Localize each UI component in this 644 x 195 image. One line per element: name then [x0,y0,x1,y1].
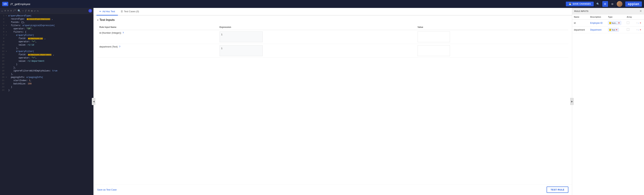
code-search-icon[interactable]: 🔍 [18,9,21,13]
avatar-image [617,1,622,7]
col-name: Rule Input Name [97,25,218,30]
collapse-left-button[interactable]: ◀ [92,98,96,105]
replace-icon[interactable]: ↔ [22,9,24,12]
value-input[interactable] [418,45,450,56]
help-icon[interactable]: ? [122,32,124,34]
test-panel: ◀ ✏ Ad Hoc Test ☰ Test Cases (0) ▾ Test … [94,8,572,195]
row-value-cell[interactable] [416,44,568,58]
ri-col-actions [635,14,644,20]
test-content: ▾ Test Inputs Rule Input Name Expression… [94,16,572,184]
ri-type-remove[interactable]: ✕ [616,29,618,31]
col-expression: Expression [218,25,416,30]
code-line: 17 }, [0,66,94,70]
indent-more-icon[interactable]: ≡ [4,9,6,12]
search-button[interactable]: 🔍 [595,1,601,7]
indent-less-icon[interactable]: ≡ [7,9,9,12]
delete-icon[interactable]: ✕ [640,22,641,24]
ri-array-checkbox[interactable] [627,22,629,24]
code-line: 21 startIndex: 1, [0,79,94,83]
code-line: 20 ▾ pagingInfo: a!pagingInfo( [0,76,94,79]
ri-row-description[interactable]: Employee ID [588,20,606,27]
arrow-down-icon[interactable]: ↓ [638,22,639,24]
ri-row-type: ■ Text ✕ [606,27,625,33]
ri-row-type: ■ Num... ✕ [606,20,625,27]
row-expression-cell[interactable]: 1 [218,44,416,58]
save-as-test-case-link[interactable]: Save as Test Case [97,188,116,191]
code-info-button[interactable]: i [88,9,92,13]
function-icon[interactable]: ƒ [25,9,26,12]
redo-icon[interactable]: ↩ [37,9,38,13]
ri-row-array[interactable] [625,20,635,27]
code-line: 8 field: ■ Employee.id , [0,37,94,41]
topbar-actions: 💾 SAVE CHANGES 🔍 ⚙ ⊞ appian [566,1,642,7]
code-line: 23 ) [0,86,94,89]
code-editor-panel: ✏ ≡ ≡ ≡ /* 🔍 ↔ ƒ π ⊞ ↩ ↩ i 1 ▾ a!queryRe… [0,8,94,195]
table-row: id (Number (Integer)) ? 1 [97,30,568,44]
settings-button[interactable]: ⚙ [602,1,608,7]
value-input[interactable] [418,32,450,42]
row-input-name: department (Text) ? [97,44,218,58]
rule-inputs-header: RULE INPUTS ✕ [572,8,644,14]
logo-icon: </> [2,2,8,6]
avatar[interactable] [617,1,622,7]
ri-row-array[interactable] [625,27,635,33]
list-icon[interactable]: ≡ [10,9,12,12]
chevron-down-icon[interactable]: ▾ [97,19,98,22]
code-toolbar: ✏ ≡ ≡ ≡ /* 🔍 ↔ ƒ π ⊞ ↩ ↩ i [0,8,94,14]
arrow-down-icon[interactable]: ↓ [638,29,639,31]
code-line: 12 ▾ a!queryFilter( [0,50,94,53]
ri-type-icon: ■ [609,22,611,24]
expression-input[interactable]: 1 [220,45,263,56]
expression-input[interactable]: 1 [220,32,263,42]
pi-icon[interactable]: π [28,9,30,12]
rule-inputs-close-button[interactable]: ✕ [640,9,642,13]
ri-array-checkbox[interactable] [627,28,629,31]
save-changes-button[interactable]: 💾 SAVE CHANGES [566,2,594,6]
undo-icon[interactable]: ↩ [34,9,36,13]
table-row: department (Text) ? 1 [97,44,568,58]
code-line: 1 ▾ a!queryRecordType( [0,15,94,18]
rule-inputs-panel: RULE INPUTS ✕ Name Description Type Arra… [572,8,644,195]
ri-table-row: department Department ■ Text ✕ [572,27,644,33]
ri-col-description: Description [588,14,606,20]
ri-row-name: id [572,20,588,27]
row-input-name: id (Number (Integer)) ? [97,30,218,44]
code-line: 9 operator: "=", [0,41,94,44]
table-icon[interactable]: ⊞ [31,9,32,13]
row-expression-cell[interactable]: 1 [218,30,416,44]
tab-adhoc[interactable]: ✏ Ad Hoc Test [96,8,118,16]
collapse-right-button[interactable]: ▶ [570,98,574,105]
code-line: 18 ignoreFiltersWithEmptyValues: true [0,70,94,73]
ri-header-row: Name Description Type Array [572,14,644,20]
ri-row-arrows: ↑ ↓ ✕ [635,20,644,27]
ri-type-remove[interactable]: ✕ [618,22,620,24]
inputs-table: Rule Input Name Expression Value id (Num… [97,25,568,58]
ri-type-badge: ■ Num... ✕ [608,21,621,25]
ri-row-description[interactable]: Department [588,27,606,33]
grid-button[interactable]: ⊞ [610,1,615,7]
ri-type-badge: ■ Text ✕ [608,28,619,32]
ri-type-icon: ■ [609,29,611,31]
arrow-up-icon[interactable]: ↑ [636,22,637,24]
ri-row-name: department [572,27,588,33]
tab-test-cases[interactable]: ☰ Test Cases (0) [118,8,142,16]
ri-table-row: id Employee ID ■ Num... ✕ [572,20,644,27]
code-lines: 1 ▾ a!queryRecordType( 2 recordType: ■ r… [0,14,94,93]
help-icon[interactable]: ? [119,45,120,48]
test-rule-button[interactable]: TEST RULE [546,186,568,193]
code-line: 14 operator: "=", [0,57,94,60]
code-line: 19 ), [0,73,94,76]
rule-inputs-table: Name Description Type Array id Employee … [572,14,644,33]
code-line: 3 fields: {}, [0,21,94,24]
ri-row-arrows: ↑ ↓ ✕ [635,27,644,33]
col-value: Value [416,25,568,30]
arrow-up-icon[interactable]: ↑ [636,29,637,31]
ri-col-array: Array [625,14,635,20]
code-line: 16 ) [0,63,94,66]
comment-icon[interactable]: /* [13,9,16,12]
row-value-cell[interactable] [416,30,568,44]
edit-icon[interactable]: ✏ [2,9,3,13]
page-title: JT_getEmployee [10,3,564,6]
delete-icon[interactable]: ✕ [640,29,641,31]
appian-logo: appian [625,2,642,7]
